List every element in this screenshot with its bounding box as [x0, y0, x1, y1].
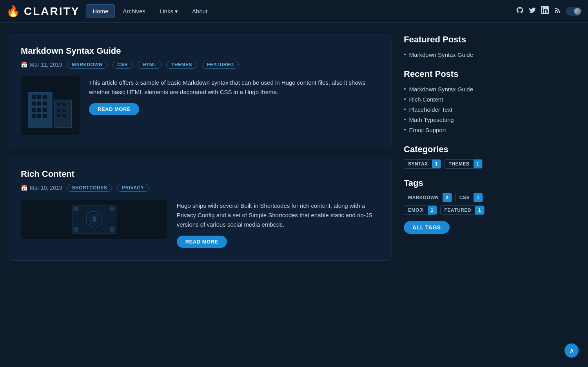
nav-home[interactable]: Home	[86, 4, 115, 18]
read-more-button[interactable]: READ MORE	[89, 103, 139, 115]
scroll-to-top-button[interactable]: ∧	[564, 343, 579, 358]
svg-rect-3	[37, 95, 41, 99]
article-date-2: 📅 Mar 10, 2019	[21, 185, 62, 191]
svg-rect-22	[110, 207, 114, 211]
sidebar: Featured Posts Markdown Syntax Guide Rec…	[404, 35, 514, 261]
tag-themes[interactable]: THEMES	[166, 61, 197, 69]
svg-rect-19	[62, 114, 65, 117]
svg-rect-9	[37, 108, 41, 112]
svg-rect-2	[32, 95, 36, 99]
dropdown-arrow-icon: ▾	[175, 8, 178, 15]
recent-post-link-2[interactable]: Rich Content	[409, 96, 443, 103]
scroll-top-icon: ∧	[569, 346, 574, 355]
category-badge-themes[interactable]: THEMES 1	[444, 159, 483, 169]
article-title-2: Rich Content	[21, 169, 379, 179]
recent-post-link-3[interactable]: Placeholder Text	[409, 106, 453, 113]
tag-cloud-emoji[interactable]: EMOJI 1	[404, 205, 437, 215]
tag-privacy[interactable]: PRIVACY	[117, 184, 149, 192]
article-content-2: Hugo ships with several Built-in Shortco…	[177, 200, 379, 248]
all-tags-button[interactable]: ALL TAGS	[404, 221, 450, 234]
nav-links-item[interactable]: Links ▾	[153, 5, 184, 18]
tag-cloud-count: 1	[428, 206, 437, 214]
nav-about[interactable]: About	[186, 5, 214, 18]
logo-icon: 🔥	[6, 6, 20, 17]
category-badge-syntax[interactable]: SYNTAX 1	[404, 159, 441, 169]
tags-title: Tags	[404, 178, 514, 188]
tag-cloud-label: CSS	[456, 193, 474, 202]
article-card-2: Rich Content 📅 Mar 10, 2019 SHORTCODES P…	[8, 158, 392, 261]
category-tags: SYNTAX 1 THEMES 1	[404, 159, 514, 169]
article-date: 📅 Mar 11, 2019	[21, 62, 62, 68]
svg-rect-7	[43, 102, 47, 105]
article-excerpt: This article offers a sample of basic Ma…	[89, 76, 379, 97]
svg-rect-16	[57, 109, 60, 112]
svg-rect-12	[37, 114, 41, 118]
article-meta: 📅 Mar 11, 2019 MARKDOWN CSS HTML THEMES …	[21, 61, 379, 69]
tag-shortcodes[interactable]: SHORTCODES	[67, 184, 113, 192]
calendar-icon: 📅	[21, 62, 27, 68]
tag-cloud-count: 1	[475, 206, 484, 214]
list-item: Markdown Syntax Guide	[404, 49, 514, 60]
navbar: 🔥 CLARITY Home Archives Links ▾ About	[0, 0, 588, 23]
recent-posts-title: Recent Posts	[404, 69, 514, 79]
svg-rect-11	[32, 114, 36, 118]
category-label: THEMES	[445, 160, 473, 168]
tag-cloud-count: 1	[474, 193, 483, 202]
recent-post-link-1[interactable]: Markdown Syntax Guide	[409, 86, 473, 93]
article-card: Markdown Syntax Guide 📅 Mar 11, 2019 MAR…	[8, 35, 392, 148]
svg-rect-14	[57, 103, 60, 106]
tag-html[interactable]: HTML	[138, 61, 162, 69]
theme-toggle-ball	[574, 8, 581, 15]
category-label: SYNTAX	[404, 160, 432, 168]
svg-rect-4	[43, 95, 47, 99]
twitter-icon[interactable]	[528, 6, 536, 16]
svg-rect-8	[32, 108, 36, 112]
page-container: Markdown Syntax Guide 📅 Mar 11, 2019 MAR…	[0, 23, 588, 273]
tag-cloud-markdown[interactable]: MARKDOWN 2	[404, 193, 452, 202]
nav-social-icons	[516, 6, 582, 16]
svg-rect-5	[32, 102, 36, 105]
svg-rect-10	[43, 108, 47, 112]
featured-posts-title: Featured Posts	[404, 35, 514, 45]
article-title: Markdown Syntax Guide	[21, 46, 379, 56]
svg-rect-23	[74, 227, 78, 232]
read-more-button-2[interactable]: READ MORE	[177, 236, 227, 248]
article-content: This article offers a sample of basic Ma…	[89, 76, 379, 115]
tag-cloud-label: FEATURED	[441, 206, 475, 214]
article-body-2: $ Hugo ships with several Built-in Short…	[21, 200, 379, 248]
article-meta-2: 📅 Mar 10, 2019 SHORTCODES PRIVACY	[21, 184, 379, 192]
tag-markdown[interactable]: MARKDOWN	[67, 61, 108, 69]
featured-post-link[interactable]: Markdown Syntax Guide	[409, 51, 473, 58]
category-count: 1	[474, 160, 483, 168]
tag-css[interactable]: CSS	[113, 61, 133, 69]
recent-post-link-4[interactable]: Math Typesetting	[409, 116, 454, 123]
list-item: Rich Content	[404, 94, 514, 104]
rss-icon[interactable]	[554, 6, 561, 16]
site-logo[interactable]: 🔥 CLARITY	[6, 5, 80, 18]
list-item: Emoji Support	[404, 125, 514, 135]
theme-toggle[interactable]	[566, 7, 582, 16]
tag-featured[interactable]: FEATURED	[202, 61, 239, 69]
article-thumbnail-2: $	[21, 200, 167, 239]
calendar-icon-2: 📅	[21, 185, 27, 191]
list-item: Placeholder Text	[404, 104, 514, 114]
svg-rect-13	[43, 114, 47, 118]
date-text-2: Mar 10, 2019	[30, 185, 62, 191]
logo-text: CLARITY	[24, 5, 80, 18]
featured-posts-list: Markdown Syntax Guide	[404, 49, 514, 60]
github-icon[interactable]	[516, 6, 524, 16]
categories-title: Categories	[404, 144, 514, 154]
list-item: Markdown Syntax Guide	[404, 84, 514, 94]
svg-text:$: $	[92, 215, 96, 223]
svg-rect-18	[57, 114, 60, 117]
tag-cloud-label: MARKDOWN	[404, 193, 443, 202]
tag-cloud-featured[interactable]: FEATURED 1	[440, 205, 485, 215]
recent-post-link-5[interactable]: Emoji Support	[409, 127, 446, 133]
tag-cloud-css[interactable]: CSS 1	[455, 193, 483, 202]
nav-archives[interactable]: Archives	[116, 5, 152, 18]
nav-links: Home Archives Links ▾ About	[86, 4, 516, 18]
list-item: Math Typesetting	[404, 114, 514, 125]
tag-cloud-label: EMOJI	[404, 206, 428, 214]
linkedin-icon[interactable]	[541, 6, 549, 16]
recent-posts-list: Markdown Syntax Guide Rich Content Place…	[404, 84, 514, 135]
